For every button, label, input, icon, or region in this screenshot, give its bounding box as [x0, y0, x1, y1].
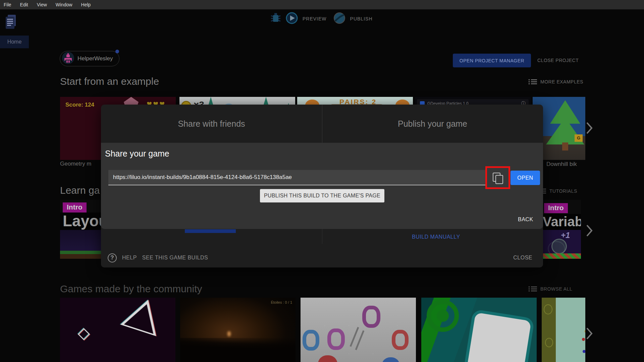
tab-home[interactable]: Home	[0, 36, 29, 48]
project-manager-icon[interactable]	[5, 14, 16, 29]
community-card-garden[interactable]	[542, 298, 585, 362]
plus-one-label: +1	[561, 231, 570, 240]
tab-share-with-friends[interactable]: Share with friends	[101, 105, 322, 143]
close-project-button[interactable]: CLOSE PROJECT	[537, 58, 579, 63]
community-card-teal-abstract[interactable]	[421, 298, 537, 362]
community-card-campfire[interactable]: Étoiles : 0 / 1	[180, 298, 296, 362]
learn-section-title: Learn ga	[60, 185, 100, 196]
annotation-red-box	[485, 166, 510, 189]
panel-title: Share your game	[105, 149, 169, 159]
browse-all-link[interactable]: BROWSE ALL	[528, 286, 572, 292]
tab-label: Share with friends	[178, 119, 245, 129]
tab-divider	[322, 105, 322, 143]
share-dialog: Share with friends Publish your game Sha…	[101, 105, 543, 267]
tree-trunk	[562, 142, 568, 150]
list-icon	[528, 78, 537, 85]
game-url-input[interactable]	[108, 170, 487, 185]
community-section-title: Games made by the community	[60, 283, 202, 295]
back-button[interactable]: BACK	[518, 217, 533, 223]
see-builds-button[interactable]: SEE THIS GAME BUILDS	[142, 255, 208, 261]
learn-card-variables[interactable]: Intro Variab +1	[542, 200, 581, 259]
browse-all-label: BROWSE ALL	[540, 286, 572, 292]
unit-dot	[583, 350, 585, 353]
examples-next-chevron-icon[interactable]	[585, 121, 593, 136]
ring-red	[392, 330, 409, 350]
home-tab-label: Home	[7, 39, 22, 45]
tutorial-title: Variab	[542, 214, 581, 230]
ring-blue	[303, 330, 319, 351]
gdevelop-window: File Edit View Window Help Home	[0, 0, 644, 362]
blob-red	[318, 355, 337, 362]
menu-help[interactable]: Help	[81, 2, 91, 7]
community-card-hex-rings[interactable]	[301, 298, 416, 362]
ring-purple	[327, 328, 345, 350]
more-examples-label: MORE EXAMPLES	[540, 79, 583, 84]
white-square	[467, 312, 531, 362]
campfire-glow	[227, 331, 231, 337]
open-url-button[interactable]: OPEN	[511, 171, 540, 185]
avatar	[62, 52, 74, 65]
slime-character	[551, 239, 567, 254]
preview-icon[interactable]	[285, 12, 298, 26]
tutorial-art: +1	[542, 230, 581, 254]
dialog-footer: ? HELP SEE THIS GAME BUILDS CLOSE	[101, 248, 543, 267]
stars-counter: Étoiles : 0 / 1	[271, 300, 292, 304]
publish-build-button[interactable]: PUBLISH THIS BUILD TO THE GAME'S PAGE	[260, 189, 384, 202]
share-dialog-tabs: Share with friends Publish your game	[101, 105, 543, 143]
column-divider	[322, 229, 322, 244]
ground-silhouette	[180, 338, 296, 362]
outline-ring	[545, 338, 553, 347]
green-dot	[437, 310, 449, 322]
menu-view[interactable]: View	[37, 2, 47, 7]
menu-bar: File Edit View Window Help	[0, 0, 644, 9]
example-caption-geometry[interactable]: Geometry m	[60, 161, 92, 167]
ring-purple	[362, 306, 380, 328]
tab-label: Publish your game	[398, 119, 467, 129]
blob-blue	[382, 357, 400, 362]
menu-file[interactable]: File	[4, 2, 11, 7]
open-project-manager-button[interactable]: OPEN PROJECT MANAGER	[453, 54, 531, 67]
tutorials-label: TUTORIALS	[549, 188, 577, 194]
example-caption-downhill[interactable]: Downhill bik	[546, 161, 577, 168]
share-your-game-panel: Share your game OPEN PUBLISH THIS BUILD …	[101, 143, 543, 229]
unit-dot	[582, 338, 585, 341]
outline-ring	[544, 304, 552, 314]
intro-badge: Intro	[544, 203, 568, 213]
more-examples-link[interactable]: MORE EXAMPLES	[528, 78, 583, 85]
diamond-outline	[78, 328, 90, 341]
triangle-outline	[120, 298, 166, 336]
community-row: Étoiles : 0 / 1	[60, 298, 585, 362]
help-button[interactable]: HELP	[122, 255, 137, 261]
intro-badge: Intro	[63, 202, 87, 213]
user-chip[interactable]: HelperWesley	[60, 51, 119, 66]
community-card-neon-shapes[interactable]	[60, 298, 175, 362]
publish-button[interactable]: PUBLISH	[350, 16, 373, 21]
notification-dot	[115, 50, 119, 53]
debug-icon[interactable]	[270, 12, 281, 26]
community-next-chevron-icon[interactable]	[585, 327, 593, 342]
close-dialog-button[interactable]: CLOSE	[513, 255, 532, 261]
sign-shape: G	[575, 134, 583, 142]
menu-window[interactable]: Window	[56, 2, 72, 7]
examples-section-title: Start from an example	[60, 76, 159, 87]
tutorials-link[interactable]: TUTORIALS	[537, 188, 577, 194]
zigzag-ground	[542, 253, 581, 259]
learn-next-chevron-icon[interactable]	[585, 224, 593, 239]
help-icon[interactable]: ?	[108, 253, 117, 262]
toolbar: PREVIEW PUBLISH	[270, 12, 373, 25]
list-icon	[528, 286, 537, 292]
score-label: Score: 124	[65, 102, 94, 108]
preview-button[interactable]: PREVIEW	[303, 16, 327, 21]
build-manually-link[interactable]: BUILD MANUALLY	[412, 234, 460, 240]
username-label: HelperWesley	[77, 55, 113, 62]
publish-icon[interactable]	[333, 12, 346, 26]
tab-publish-your-game[interactable]: Publish your game	[322, 105, 543, 143]
hidden-blue-button-sliver	[185, 229, 236, 233]
menu-edit[interactable]: Edit	[20, 2, 28, 7]
